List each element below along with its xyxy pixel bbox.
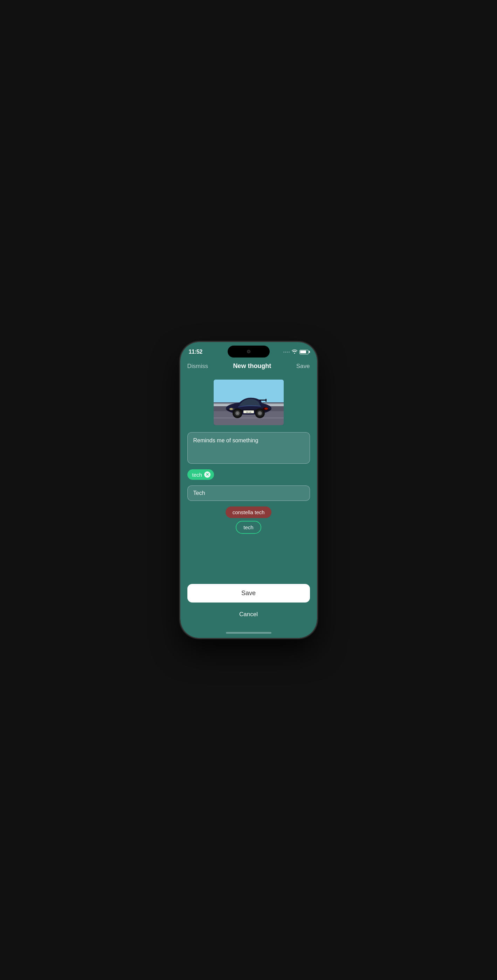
home-bar <box>226 632 272 634</box>
svg-point-16 <box>237 412 238 414</box>
page-title: New thought <box>233 363 271 370</box>
car-image: 34 LAI <box>214 380 284 425</box>
suggestions-list: constella tech tech <box>187 506 310 534</box>
wifi-icon <box>292 349 297 355</box>
status-time: 11:52 <box>189 349 202 355</box>
car-image-container: 34 LAI <box>187 380 310 425</box>
tag-chip-tech: tech ✕ <box>187 469 214 480</box>
suggestion-tech[interactable]: tech <box>236 521 261 534</box>
signal-icon <box>283 352 290 353</box>
dismiss-button[interactable]: Dismiss <box>187 363 208 370</box>
tag-label: tech <box>192 472 202 478</box>
svg-point-10 <box>229 408 233 410</box>
home-indicator <box>180 629 317 638</box>
content-area: 34 LAI Reminds me of something tech ✕ <box>180 374 317 580</box>
camera-dot <box>247 350 251 353</box>
navigation-bar: Dismiss New thought Save <box>180 360 317 374</box>
phone-screen: 11:52 <box>180 342 317 638</box>
close-icon: ✕ <box>206 473 209 477</box>
phone-frame: 11:52 <box>180 342 317 638</box>
svg-text:34 LAI: 34 LAI <box>246 411 251 413</box>
status-bar: 11:52 <box>180 342 317 360</box>
thought-textarea[interactable]: Reminds me of something <box>187 432 310 464</box>
svg-point-20 <box>259 412 260 414</box>
svg-rect-8 <box>265 399 267 402</box>
cancel-button[interactable]: Cancel <box>187 607 310 622</box>
suggestion-constella-tech[interactable]: constella tech <box>225 506 272 518</box>
svg-rect-3 <box>214 417 284 418</box>
tag-remove-button[interactable]: ✕ <box>204 471 211 478</box>
status-icons <box>283 349 308 355</box>
tags-area: tech ✕ <box>187 469 310 480</box>
save-button[interactable]: Save <box>187 584 310 603</box>
svg-point-12 <box>264 407 268 410</box>
suggestion-label: constella tech <box>233 509 265 515</box>
bottom-actions: Save Cancel <box>180 580 317 629</box>
dynamic-island <box>228 345 270 358</box>
battery-icon <box>300 350 308 354</box>
tag-input[interactable] <box>187 485 310 501</box>
suggestion-label: tech <box>243 524 253 530</box>
svg-rect-7 <box>259 399 266 401</box>
header-save-button[interactable]: Save <box>296 363 310 370</box>
